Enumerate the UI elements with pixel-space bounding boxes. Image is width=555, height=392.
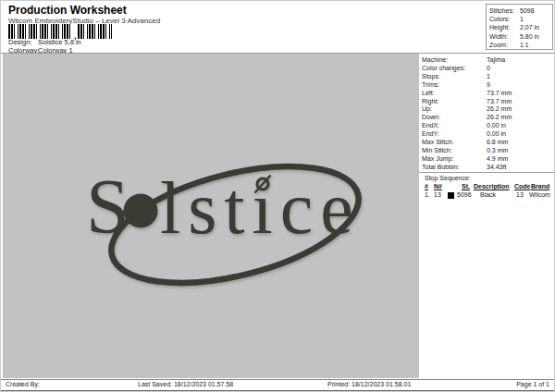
zoom-value: 1:1: [520, 41, 529, 49]
detail-row-machine: Machine:Tajima: [422, 56, 554, 65]
detail-row-stops: Stops:1: [422, 73, 554, 81]
thread-color-chip: [448, 192, 454, 199]
width-value: 5.80 in: [520, 32, 539, 41]
height-label: Height:: [489, 23, 520, 31]
summary-row-stitches: Stitches: 5098: [489, 6, 549, 15]
detail-row-right: Right:73.7 mm: [422, 98, 554, 106]
stop-row-n: 13: [434, 191, 441, 198]
col-header-num: #: [425, 183, 428, 190]
summary-row-height: Height: 2.07 in: [489, 23, 549, 31]
detail-row-color-changes: Color changes:0: [422, 65, 554, 73]
footer-top-divider: [1, 379, 555, 380]
colors-label: Colors:: [489, 15, 520, 23]
col-header-n: N#: [434, 183, 442, 190]
barcode-bars-group1: [8, 24, 73, 39]
planet-circle: [124, 194, 158, 228]
design-preview-canvas: S lstıce: [3, 54, 419, 378]
summary-row-width: Width: 5.80 in: [489, 32, 549, 41]
col-header-st: St.: [462, 183, 470, 190]
design-summary-box: Stitches: 5098 Colors: 1 Height: 2.07 in…: [486, 4, 553, 50]
logo-letter-s: S: [86, 164, 130, 250]
detail-row-endx: EndX:0.00 in: [422, 122, 554, 130]
detail-row-max-jump: Max Jump:4.9 mm: [422, 155, 554, 164]
stop-row-code: 13: [516, 191, 524, 198]
solstice-embroidery-design: S lstıce: [3, 54, 419, 378]
detail-row-total-bobbin: Total Bobbin:34.43ft: [422, 164, 554, 172]
stop-sequence-title: Stop Sequence:: [425, 175, 471, 181]
detail-row-trims: Trims:9: [422, 81, 554, 90]
last-saved-text: Last Saved: 18/12/2023 01.57.58: [138, 381, 233, 387]
col-header-code: Code: [514, 183, 531, 190]
stitches-value: 5098: [520, 6, 535, 15]
stop-row-index: 1.: [425, 191, 430, 198]
colors-value: 1: [520, 15, 524, 23]
detail-row-min-stitch: Min Stitch:0.3 mm: [422, 147, 554, 155]
detail-row-up: Up:26.2 mm: [422, 105, 554, 114]
design-barcode: ,: [8, 24, 112, 39]
detail-row-left: Left:73.7 mm: [422, 90, 554, 98]
design-row: Design: Solstice 5,8 in: [8, 38, 81, 46]
design-label: Design:: [8, 38, 36, 46]
width-label: Width:: [489, 32, 520, 41]
page-number: Page 1 of 1: [516, 381, 549, 387]
barcode-bars-group2: [78, 24, 112, 39]
detail-row-max-stitch: Max Stitch:6.8 mm: [422, 139, 554, 147]
design-value: Solstice 5,8 in: [38, 38, 81, 46]
stitches-label: Stitches:: [489, 6, 520, 15]
stop-row-description: Black: [480, 191, 496, 198]
printed-text: Printed: 18/12/2023 01.58.01: [327, 381, 411, 387]
summary-row-colors: Colors: 1: [489, 15, 549, 23]
col-header-description: Description: [474, 183, 510, 190]
height-value: 2.07 in: [520, 23, 539, 31]
summary-row-zoom: Zoom: 1:1: [489, 41, 549, 49]
detail-row-down: Down:26.2 mm: [422, 114, 554, 122]
page-title: Production Worksheet: [8, 4, 127, 17]
detail-row-endy: EndY:0.00 in: [422, 130, 554, 139]
created-by-label: Created By:: [6, 381, 40, 387]
production-worksheet-page: Production Worksheet Wilcom EmbroiderySt…: [0, 0, 555, 392]
footer-bottom-divider: [1, 390, 555, 391]
stop-sequence-divider: [419, 172, 555, 173]
stop-row-st: 5096: [457, 191, 472, 198]
design-details-panel: Machine:Tajima Color changes:0 Stops:1 T…: [422, 56, 554, 172]
zoom-label: Zoom:: [489, 41, 520, 49]
col-header-brand: Brand: [531, 183, 549, 190]
stop-row-brand: Wilcom: [529, 191, 550, 198]
